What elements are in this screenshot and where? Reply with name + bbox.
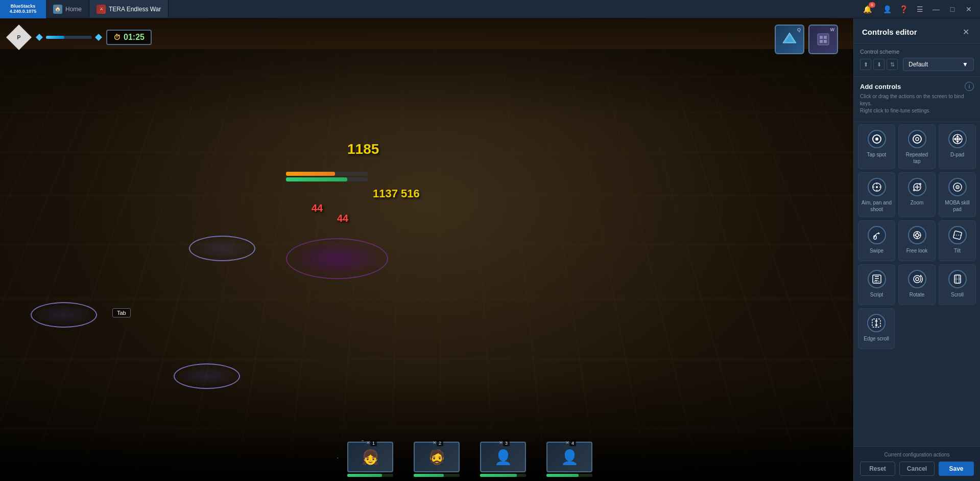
svg-point-40 bbox=[914, 276, 921, 283]
summon-circle-1 bbox=[31, 302, 97, 328]
cancel-button[interactable]: Cancel bbox=[899, 462, 935, 476]
svg-point-31 bbox=[916, 234, 919, 237]
script-icon: </> bbox=[868, 270, 886, 288]
menu-btn[interactable]: ☰ bbox=[913, 2, 927, 16]
control-rotate[interactable]: Rotate bbox=[898, 264, 936, 305]
svg-marker-15 bbox=[959, 138, 962, 141]
svg-marker-48 bbox=[875, 319, 878, 322]
repeated-tap-icon bbox=[908, 130, 926, 148]
svg-marker-12 bbox=[956, 135, 959, 138]
controls-row-1: Tap spot Repeated tap bbox=[858, 124, 976, 169]
tap-spot-icon bbox=[868, 130, 886, 148]
config-actions-label: Current configuration actions bbox=[860, 452, 974, 457]
reset-button[interactable]: Reset bbox=[860, 462, 895, 476]
game-area[interactable]: P ⏱ 01:25 Q bbox=[0, 18, 853, 481]
add-controls-title: Add controls bbox=[860, 83, 901, 90]
control-scroll[interactable]: Scroll bbox=[939, 264, 976, 305]
svg-point-16 bbox=[956, 138, 959, 141]
add-controls-header: Add controls i bbox=[860, 82, 974, 91]
aim-pan-shoot-icon bbox=[868, 178, 886, 196]
svg-point-22 bbox=[876, 186, 878, 188]
svg-point-41 bbox=[916, 278, 919, 281]
enemy-stamina-bar bbox=[286, 172, 335, 176]
controls-row-4: </> Script Rotate bbox=[858, 264, 976, 305]
maximize-btn[interactable]: □ bbox=[945, 2, 960, 16]
controls-row-3: Swipe Free look bbox=[858, 220, 976, 261]
zoom-icon bbox=[908, 178, 926, 196]
svg-marker-14 bbox=[953, 138, 956, 141]
combat-effect bbox=[286, 238, 388, 279]
notification-btn[interactable]: 🔔 6 bbox=[864, 2, 878, 16]
svg-text:</>: </> bbox=[874, 279, 880, 284]
add-controls-desc: Click or drag the actions on the screen … bbox=[860, 93, 974, 114]
info-button[interactable]: i bbox=[965, 82, 974, 91]
footer-action-buttons: Reset Cancel Save bbox=[860, 462, 974, 476]
control-aim-pan-shoot[interactable]: Aim, pan and shoot bbox=[858, 172, 895, 217]
control-moba-skill[interactable]: MOBA skill pad bbox=[939, 172, 976, 217]
tera-icon: ⚔ bbox=[97, 5, 106, 14]
summon-circle-3 bbox=[174, 363, 240, 389]
controls-title: Controls editor bbox=[862, 28, 917, 36]
control-edge-scroll[interactable]: Edge scroll bbox=[858, 308, 895, 349]
account-btn[interactable]: 👤 bbox=[880, 2, 894, 16]
dpad-icon bbox=[948, 130, 967, 148]
scheme-action-icons: ⬆ ⬇ ⇅ bbox=[860, 59, 898, 70]
summon-circle-2 bbox=[189, 236, 255, 261]
swipe-icon bbox=[868, 226, 886, 244]
svg-point-8 bbox=[875, 138, 878, 141]
svg-point-9 bbox=[913, 135, 921, 143]
save-button[interactable]: Save bbox=[939, 462, 974, 476]
controls-close-btn[interactable]: ✕ bbox=[960, 26, 972, 38]
scheme-dropdown[interactable]: Default ▼ bbox=[903, 58, 974, 71]
home-icon: 🏠 bbox=[53, 5, 62, 14]
controls-footer: Current configuration actions Reset Canc… bbox=[854, 446, 980, 481]
svg-point-10 bbox=[916, 138, 919, 141]
controls-row-5: Edge scroll bbox=[858, 308, 976, 349]
control-tilt[interactable]: Tilt bbox=[939, 220, 976, 261]
enemy-health-bar bbox=[286, 177, 347, 181]
control-tap-spot[interactable]: Tap spot bbox=[858, 124, 895, 169]
svg-marker-42 bbox=[920, 274, 922, 277]
control-swipe[interactable]: Swipe bbox=[858, 220, 895, 261]
scheme-wifi-btn[interactable]: ⬆ bbox=[860, 59, 871, 70]
scheme-share-btn[interactable]: ⇅ bbox=[887, 59, 898, 70]
scheme-row: ⬆ ⬇ ⇅ Default ▼ bbox=[860, 58, 974, 71]
minimize-btn[interactable]: — bbox=[929, 2, 943, 16]
rotate-icon bbox=[908, 270, 926, 288]
tilt-icon bbox=[948, 226, 967, 244]
add-controls-section: Add controls i Click or drag the actions… bbox=[854, 77, 980, 122]
control-script[interactable]: </> Script bbox=[858, 264, 895, 305]
controls-row-2: Aim, pan and shoot Zoom bbox=[858, 172, 976, 217]
enemy-health-area bbox=[286, 172, 368, 181]
control-repeated-tap[interactable]: Repeated tap bbox=[898, 124, 936, 169]
bluestacks-logo: BlueStacks 4.240.0.1075 bbox=[0, 0, 46, 18]
stone-floor bbox=[0, 18, 853, 481]
controls-grid: Tap spot Repeated tap bbox=[854, 122, 980, 446]
scroll-icon bbox=[948, 270, 967, 288]
titlebar-tabs: 🏠 Home ⚔ TERA Endless War bbox=[46, 0, 455, 18]
control-zoom[interactable]: Zoom bbox=[898, 172, 936, 217]
help-btn[interactable]: ❓ bbox=[896, 2, 911, 16]
svg-marker-49 bbox=[875, 325, 878, 327]
stone-wall-top bbox=[0, 18, 853, 49]
tera-tab[interactable]: ⚔ TERA Endless War bbox=[89, 0, 169, 18]
window-controls: 🔔 6 👤 ❓ ☰ — □ ✕ bbox=[864, 2, 980, 16]
svg-marker-13 bbox=[956, 141, 959, 143]
close-btn[interactable]: ✕ bbox=[962, 2, 976, 16]
moba-skill-icon bbox=[948, 178, 967, 196]
scheme-export-btn[interactable]: ⬇ bbox=[873, 59, 885, 70]
controls-header: Controls editor ✕ bbox=[854, 18, 980, 43]
free-look-icon bbox=[908, 226, 926, 244]
scheme-label: Control scheme bbox=[860, 49, 974, 55]
edge-scroll-icon bbox=[867, 314, 886, 332]
main-content: P ⏱ 01:25 Q bbox=[0, 18, 980, 481]
control-dpad[interactable]: D-pad bbox=[939, 124, 976, 169]
control-free-look[interactable]: Free look bbox=[898, 220, 936, 261]
svg-point-28 bbox=[957, 187, 958, 188]
titlebar: BlueStacks 4.240.0.1075 🏠 Home ⚔ TERA En… bbox=[0, 0, 980, 18]
control-scheme-section: Control scheme ⬆ ⬇ ⇅ Default ▼ bbox=[854, 43, 980, 77]
controls-panel: Controls editor ✕ Control scheme ⬆ ⬇ ⇅ D… bbox=[853, 18, 980, 481]
chevron-down-icon: ▼ bbox=[962, 61, 968, 68]
home-tab[interactable]: 🏠 Home bbox=[46, 0, 89, 18]
